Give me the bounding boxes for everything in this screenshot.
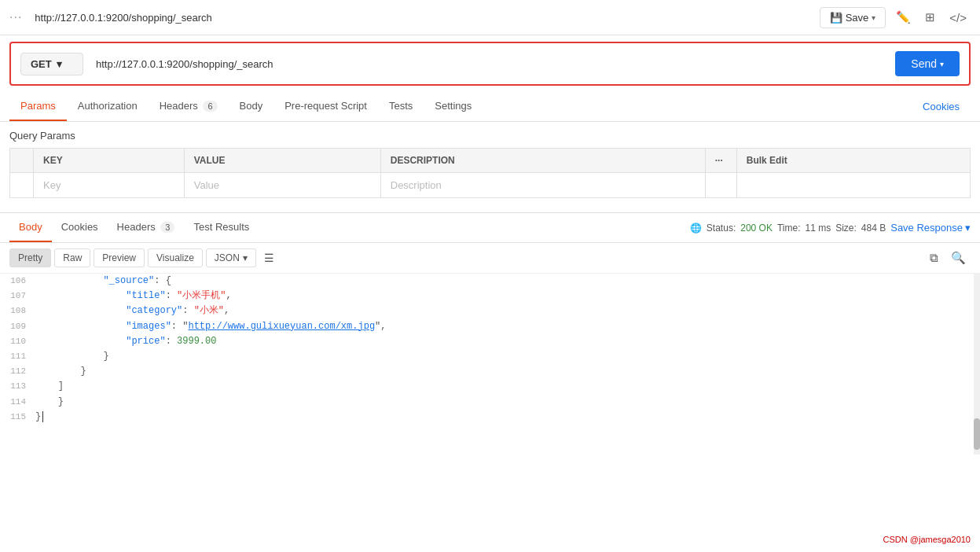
response-tabs-row: Body Cookies Headers 3 Test Results 🌐 St…: [0, 213, 980, 243]
layout-icon-button[interactable]: ⊞: [921, 6, 939, 28]
tab-authorization[interactable]: Authorization: [67, 92, 149, 121]
dots-icon: ···: [9, 10, 22, 24]
code-line-113: 113 ]: [0, 379, 980, 394]
code-line-109: 109 "images": "http://www.gulixueyuan.co…: [0, 319, 980, 334]
time-label: Time:: [777, 223, 801, 234]
tab-body[interactable]: Body: [229, 92, 274, 121]
key-column-header: KEY: [34, 149, 185, 173]
top-bar: ··· http://127.0.0.1:9200/shopping/_sear…: [0, 0, 980, 35]
table-row: Key Value Description: [10, 173, 971, 198]
tab-tests[interactable]: Tests: [378, 92, 424, 121]
code-line-108: 108 "category": "小米",: [0, 304, 980, 318]
description-column-header: DESCRIPTION: [380, 149, 705, 173]
url-input[interactable]: [90, 53, 889, 75]
request-row: GET ▾ Send ▾: [9, 42, 971, 86]
code-line-111: 111 }: [0, 349, 980, 364]
response-tab-cookies[interactable]: Cookies: [52, 213, 108, 242]
raw-button[interactable]: Raw: [54, 248, 90, 267]
save-response-button[interactable]: Save Response ▾: [890, 222, 971, 234]
query-params-title: Query Params: [9, 130, 971, 142]
globe-icon: 🌐: [690, 223, 702, 234]
save-disk-icon: 💾: [830, 12, 842, 24]
tab-prerequest[interactable]: Pre-request Script: [273, 92, 378, 121]
format-type-chevron-icon: ▾: [243, 252, 248, 263]
method-value: GET: [31, 58, 52, 70]
format-type-select[interactable]: JSON ▾: [206, 248, 256, 267]
save-label: Save: [846, 12, 869, 24]
method-chevron-icon: ▾: [57, 58, 62, 70]
status-label: Status:: [707, 223, 736, 234]
bulk-edit-header[interactable]: Bulk Edit: [736, 149, 970, 173]
code-line-106: 106 "_source": {: [0, 274, 980, 289]
visualize-button[interactable]: Visualize: [148, 248, 203, 267]
tab-headers[interactable]: Headers 6: [149, 92, 229, 121]
response-tab-body[interactable]: Body: [9, 213, 52, 242]
app-container: ··· http://127.0.0.1:9200/shopping/_sear…: [0, 0, 980, 552]
params-table: KEY VALUE DESCRIPTION ··· Bulk Edit Key …: [9, 148, 971, 198]
top-actions: 💾 Save ▾ ✏️ ⊞ </>: [820, 6, 971, 28]
search-icon[interactable]: 🔍: [946, 248, 971, 268]
time-value: 11 ms: [805, 223, 831, 234]
cookies-link[interactable]: Cookies: [912, 93, 971, 120]
code-line-107: 107 "title": "小米手机",: [0, 289, 980, 304]
send-label: Send: [911, 57, 937, 70]
code-view[interactable]: 106 "_source": { 107 "title": "小米手机", 10…: [0, 274, 980, 454]
response-tab-test-results[interactable]: Test Results: [184, 213, 259, 242]
response-meta: 🌐 Status: 200 OK Time: 11 ms Size: 484 B…: [690, 222, 971, 234]
code-line-112: 112 }: [0, 364, 980, 379]
key-cell[interactable]: Key: [34, 173, 185, 198]
save-button[interactable]: 💾 Save ▾: [820, 7, 886, 28]
preview-button[interactable]: Preview: [94, 248, 145, 267]
request-tabs-row: Params Authorization Headers 6 Body Pre-…: [0, 92, 980, 122]
format-type-value: JSON: [215, 252, 240, 263]
pretty-button[interactable]: Pretty: [9, 248, 51, 267]
response-section: Body Cookies Headers 3 Test Results 🌐 St…: [0, 212, 980, 454]
tab-params[interactable]: Params: [9, 92, 67, 121]
code-icon-button[interactable]: </>: [945, 7, 971, 28]
code-line-115: 115 }: [0, 410, 980, 425]
url-display: http://127.0.0.1:9200/shopping/_search: [28, 9, 813, 27]
edit-icon-button[interactable]: ✏️: [892, 6, 915, 28]
size-label: Size:: [835, 223, 857, 234]
description-cell[interactable]: Description: [380, 173, 705, 198]
copy-icon[interactable]: ⧉: [925, 248, 943, 268]
value-cell[interactable]: Value: [184, 173, 380, 198]
tab-settings[interactable]: Settings: [424, 92, 483, 121]
actions-column-header: ···: [705, 149, 736, 173]
code-line-110: 110 "price": 3999.00: [0, 334, 980, 349]
method-select[interactable]: GET ▾: [20, 53, 83, 75]
status-value: 200 OK: [740, 223, 773, 234]
format-bar: Pretty Raw Preview Visualize JSON ▾ ☰ ⧉ …: [0, 243, 980, 274]
value-column-header: VALUE: [184, 149, 380, 173]
save-chevron-icon: ▾: [872, 13, 875, 22]
response-tab-headers[interactable]: Headers 3: [108, 213, 185, 242]
params-section: Query Params KEY VALUE DESCRIPTION ··· B…: [0, 122, 980, 206]
send-chevron-icon: ▾: [940, 60, 944, 68]
filter-icon[interactable]: ☰: [259, 248, 279, 267]
code-line-114: 114 }: [0, 395, 980, 410]
watermark: CSDN @jamesga2010: [880, 533, 974, 546]
send-button[interactable]: Send ▾: [895, 51, 960, 76]
size-value: 484 B: [861, 223, 886, 234]
